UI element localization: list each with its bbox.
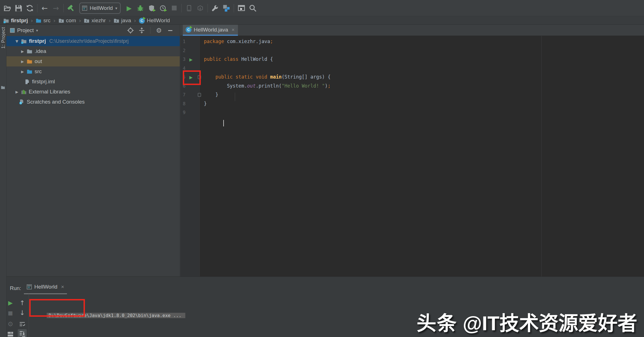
breadcrumb-label: xiezhr [91, 17, 106, 24]
run-panel-header: Run: HellWorld × [6, 277, 644, 294]
open-button[interactable] [2, 3, 13, 14]
tree-expanded-icon[interactable]: ▼ [15, 39, 19, 43]
project-folder-icon [3, 18, 9, 23]
chevron-down-icon: ▾ [36, 28, 38, 33]
toolbar-separator [63, 4, 64, 12]
tree-row-src[interactable]: ▶ src [6, 66, 180, 77]
coverage-shield-icon: ▶ [148, 5, 155, 12]
tree-row-firstprj[interactable]: ▼ firstprj C:\Users\xiezhr\IdeaProjects\… [6, 36, 180, 46]
tree-collapsed-icon[interactable]: ▶ [21, 59, 24, 64]
run-panel-label: Run: [10, 285, 21, 291]
down-stack-trace-button[interactable]: ↓ [18, 308, 27, 317]
chevron-down-icon: ▾ [115, 6, 117, 10]
code-area[interactable]: package com.xiezhr.java; public class He… [200, 36, 644, 276]
run-class-gutter-icon[interactable]: ▶ [188, 57, 193, 62]
hammer-icon [67, 4, 75, 12]
search-everywhere-button[interactable] [247, 3, 258, 14]
run-with-coverage-button[interactable]: ▶ [146, 3, 157, 14]
tree-row-firstprj-iml[interactable]: firstprj.iml [6, 77, 180, 87]
run-config-label: HellWorld [90, 5, 113, 11]
profiler-button[interactable]: ▶ [157, 3, 168, 14]
breadcrumb-item-java[interactable]: java [114, 17, 131, 24]
tab-hellworld-java[interactable]: C HellWorld.java × [183, 25, 238, 36]
run-anything-button[interactable] [236, 3, 247, 14]
breadcrumb-label: HellWorld [147, 17, 170, 24]
tree-collapsed-icon[interactable]: ▶ [15, 90, 19, 94]
sync-icon [26, 5, 33, 12]
locate-file-button[interactable] [126, 26, 135, 35]
breadcrumb: firstprj › src › com › xiezhr › [0, 17, 644, 25]
project-stripe-button[interactable]: 1: Project [0, 27, 6, 49]
package-folder-icon [84, 18, 89, 23]
tree-row-out[interactable]: ▶ out [6, 56, 180, 66]
collapse-all-button[interactable] [137, 26, 146, 35]
code-line: package com.xiezhr.java; [200, 37, 644, 46]
app-window-icon [27, 284, 32, 289]
attach-to-process-button[interactable] [183, 3, 195, 14]
restore-layout-button[interactable] [6, 330, 15, 337]
console-settings-button[interactable]: ⚙ [6, 320, 15, 329]
tab-label: HellWorld.java [194, 27, 228, 33]
scroll-to-end-button[interactable] [18, 329, 27, 337]
close-icon[interactable]: × [231, 27, 235, 33]
soft-wrap-button[interactable] [18, 320, 27, 329]
stop-button[interactable] [168, 3, 180, 14]
breadcrumb-label: firstprj [11, 17, 28, 24]
run-tab-hellworld[interactable]: HellWorld × [24, 280, 67, 294]
code-line: } [200, 99, 644, 108]
run-button[interactable]: ▶ [123, 3, 135, 14]
tree-row-idea[interactable]: ▶ .idea [6, 46, 180, 56]
arrow-up-icon: ↑ [19, 299, 25, 307]
fold-marker-icon[interactable] [198, 93, 201, 97]
annotation-highlight-output [29, 299, 85, 317]
toolbar-separator [234, 4, 234, 12]
chevron-right-icon: › [109, 17, 111, 24]
watermark-handle: @IT技术资源爱好者 [463, 313, 637, 334]
run-config-combo[interactable]: HellWorld ▾ [79, 3, 121, 14]
folder-mini-icon [1, 85, 5, 90]
wrench-icon [211, 5, 219, 12]
build-button[interactable] [65, 3, 76, 14]
device-icon [186, 5, 192, 12]
tree-collapsed-icon[interactable]: ▶ [21, 70, 24, 74]
indent-guide [235, 93, 235, 101]
tree-row-scratches[interactable]: Scratches and Consoles [6, 97, 180, 107]
project-structure-button[interactable] [221, 3, 232, 14]
download-package-button[interactable] [195, 3, 206, 14]
sync-button[interactable] [24, 3, 35, 14]
tree-item-label: src [35, 68, 42, 75]
run-toolbar: ▶ ↑ ■ ↓ ⚙ [6, 294, 29, 337]
breadcrumb-item-firstprj[interactable]: firstprj [3, 17, 28, 24]
back-button[interactable]: ← [39, 3, 50, 14]
source-folder-icon [36, 18, 41, 23]
rerun-button[interactable]: ▶ [6, 298, 15, 307]
hide-panel-button[interactable] [166, 26, 175, 35]
tree-collapsed-icon[interactable]: ▶ [21, 49, 24, 53]
gear-icon: ⚙ [8, 320, 13, 328]
main-toolbar: ← → HellWorld ▾ ▶ ▶ [0, 0, 644, 16]
close-icon[interactable]: × [61, 284, 64, 290]
breadcrumb-item-xiezhr[interactable]: xiezhr [84, 17, 106, 24]
run-tab-label: HellWorld [34, 284, 57, 290]
forward-button[interactable]: → [50, 3, 62, 14]
debug-button[interactable] [135, 3, 146, 14]
tree-row-external-libraries[interactable]: ▶ External Libraries [6, 87, 180, 97]
stop-process-button[interactable]: ■ [6, 308, 15, 317]
stop-icon: ■ [8, 310, 13, 316]
class-icon: C [139, 18, 145, 24]
settings-wrench-button[interactable] [210, 3, 221, 14]
code-line: System.out.println("Hello World! "); [200, 82, 644, 91]
code-line [200, 64, 644, 73]
tree-item-label: Scratches and Consoles [27, 99, 85, 105]
watermark-brand: 头条 [417, 313, 457, 334]
project-tree: ▼ firstprj C:\Users\xiezhr\IdeaProjects\… [6, 36, 180, 107]
up-stack-trace-button[interactable]: ↑ [18, 298, 27, 307]
chevron-right-icon: › [53, 17, 56, 24]
mini-play-badge-icon: ▶ [164, 8, 167, 12]
breadcrumb-item-com[interactable]: com [58, 17, 76, 24]
panel-settings-button[interactable]: ⚙ [154, 26, 163, 35]
project-panel-title[interactable]: Project [17, 27, 34, 34]
breadcrumb-item-src[interactable]: src [36, 17, 50, 24]
save-button[interactable] [13, 3, 24, 14]
breadcrumb-item-hellworld[interactable]: C HellWorld [139, 17, 170, 24]
